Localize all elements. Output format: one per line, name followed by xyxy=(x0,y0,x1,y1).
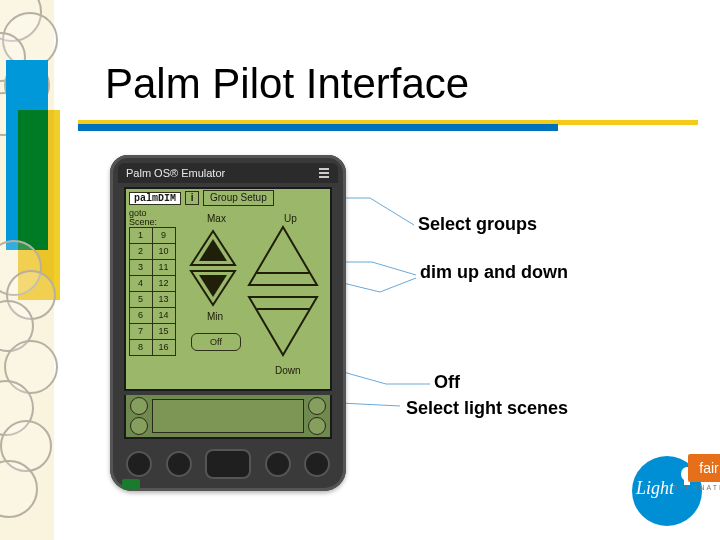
scene-button[interactable]: 4 xyxy=(129,275,153,292)
scene-button[interactable]: 15 xyxy=(152,323,176,340)
hw-todo-button[interactable] xyxy=(265,451,291,477)
scene-button[interactable]: 9 xyxy=(152,227,176,244)
palm-device: Palm OS® Emulator palmDIM i Group Setup … xyxy=(110,155,346,491)
svg-rect-2 xyxy=(319,176,329,178)
annotation-select-groups: Select groups xyxy=(418,214,537,235)
svg-marker-5 xyxy=(249,227,317,285)
emulator-title: Palm OS® Emulator xyxy=(126,167,225,179)
app-title: palmDIM xyxy=(129,192,181,205)
silkscreen-area xyxy=(124,395,332,439)
title-underline xyxy=(78,118,698,132)
silk-find-icon[interactable] xyxy=(308,417,326,435)
scene-button[interactable]: 1 xyxy=(129,227,153,244)
scene-button[interactable]: 8 xyxy=(129,339,153,356)
up-triangle-icon[interactable] xyxy=(247,225,319,287)
down-triangle-icon[interactable] xyxy=(247,295,319,357)
scene-button[interactable]: 3 xyxy=(129,259,153,276)
scene-button[interactable]: 2 xyxy=(129,243,153,260)
svg-rect-1 xyxy=(319,172,329,174)
scene-button[interactable]: 11 xyxy=(152,259,176,276)
scene-button[interactable]: 7 xyxy=(129,323,153,340)
scene-button[interactable]: 13 xyxy=(152,291,176,308)
hw-memo-button[interactable] xyxy=(304,451,330,477)
min-label: Min xyxy=(207,311,223,322)
info-button[interactable]: i xyxy=(185,191,199,205)
silk-menu-icon[interactable] xyxy=(130,417,148,435)
emulator-titlebar: Palm OS® Emulator xyxy=(118,163,338,183)
max-label: Max xyxy=(207,213,226,224)
svg-rect-0 xyxy=(319,168,329,170)
annotation-select-scenes: Select light scenes xyxy=(406,398,568,419)
scene-button[interactable]: 10 xyxy=(152,243,176,260)
slide-title: Palm Pilot Interface xyxy=(105,60,469,108)
app-header: palmDIM i Group Setup xyxy=(126,189,330,207)
svg-marker-4 xyxy=(199,239,227,261)
graffiti-area[interactable] xyxy=(152,399,304,433)
silk-home-icon[interactable] xyxy=(130,397,148,415)
lightfair-logo: Light fair INTERNATIONAL xyxy=(632,456,702,526)
scene-button[interactable]: 12 xyxy=(152,275,176,292)
scene-button[interactable]: 14 xyxy=(152,307,176,324)
scene-grid: 19 210 311 412 513 614 715 816 xyxy=(129,227,175,355)
power-indicator xyxy=(122,479,140,489)
hw-address-button[interactable] xyxy=(166,451,192,477)
decorative-left-band xyxy=(0,0,54,540)
emulator-menu-icon[interactable] xyxy=(318,167,330,179)
scene-button[interactable]: 16 xyxy=(152,339,176,356)
scene-button[interactable]: 6 xyxy=(129,307,153,324)
goto-scene-label: goto Scene: xyxy=(129,209,157,227)
annotation-off: Off xyxy=(434,372,460,393)
annotation-dim: dim up and down xyxy=(420,262,568,283)
up-label: Up xyxy=(284,213,297,224)
logo-text-intl: INTERNATIONAL xyxy=(669,484,721,491)
svg-marker-8 xyxy=(199,275,227,297)
hw-scroll-button[interactable] xyxy=(205,449,251,479)
decorative-circles-bottom xyxy=(0,240,72,540)
off-button[interactable]: Off xyxy=(191,333,241,351)
logo-text-square: fair xyxy=(688,454,720,482)
svg-marker-9 xyxy=(249,297,317,355)
group-setup-button[interactable]: Group Setup xyxy=(203,190,274,206)
hw-datebook-button[interactable] xyxy=(126,451,152,477)
hardware-button-row xyxy=(120,445,336,483)
max-triangle-icon[interactable] xyxy=(189,229,237,267)
down-label: Down xyxy=(275,365,301,376)
silk-calc-icon[interactable] xyxy=(308,397,326,415)
scene-button[interactable]: 5 xyxy=(129,291,153,308)
min-triangle-icon[interactable] xyxy=(189,269,237,307)
device-screen: palmDIM i Group Setup goto Scene: 19 210… xyxy=(124,187,332,391)
